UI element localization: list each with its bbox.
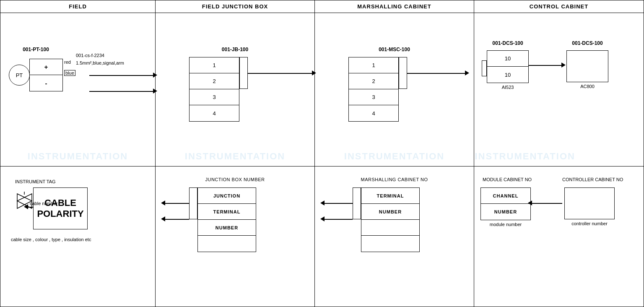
- mc-connector-1: [399, 57, 407, 89]
- legend-arrowhead: [24, 204, 28, 209]
- instrument-tag-label: INSTRUMENT TAG: [15, 179, 56, 184]
- cc-arrow-upper: [531, 203, 562, 204]
- jb-arrowhead-lower: [161, 216, 165, 221]
- jb-arrowhead-upper: [161, 200, 165, 206]
- top-fjb: INSTRUMENTATION 001-JB-100 1 2 3 4: [156, 13, 315, 166]
- main-container: FIELD FIELD JUNCTION BOX MARSHALLING CAB…: [0, 0, 644, 307]
- cc-controller-box: [564, 187, 615, 219]
- jb-arrow-lower: [164, 219, 189, 220]
- header-field: FIELD: [0, 0, 156, 13]
- mc-arrowhead-lower: [320, 216, 325, 221]
- fjb-terminal-box: 1 2 3 4: [189, 57, 239, 122]
- mc-row-empty2: [361, 236, 419, 252]
- module-dcs-area: 001-DCS-100 10 10 AI523: [487, 40, 529, 90]
- plus-terminal: +: [30, 59, 62, 75]
- controller-tag: 001-DCS-100: [566, 40, 608, 46]
- fjb-mc-arrow-line: [248, 73, 313, 74]
- field-instrument-row: PT + - red blue 001-cs-f-2234 1: [9, 59, 63, 91]
- content-area: INSTRUMENTATION 001-PT-100 PT + - red: [0, 13, 644, 307]
- wire-red-label: red: [64, 60, 71, 65]
- controller-cabinet-label: CONTROLLER CABINET NO: [562, 177, 623, 182]
- mc-row-number: NUMBER: [361, 204, 419, 220]
- controller-dcs-area: 001-DCS-100 AC800: [566, 40, 608, 89]
- jb-legend-container: JUNCTION TERMINAL NUMBER: [197, 187, 256, 252]
- mc-legend-box: TERMINAL NUMBER: [361, 187, 420, 252]
- module-label: AI523: [487, 85, 529, 90]
- cc-module-box: CHANNEL NUMBER: [480, 187, 531, 220]
- watermark-field: INSTRUMENTATION: [28, 151, 128, 162]
- cable-size-label: cable size , colour , type , insulation …: [11, 237, 91, 242]
- controller-number-label: controller number: [564, 221, 615, 226]
- module-box: 10 10: [487, 50, 529, 83]
- jb-row-empty: [198, 236, 256, 252]
- top-mc: INSTRUMENTATION 001-MSC-100 1 2 3 4: [315, 13, 474, 166]
- mc-cc-arrow-line: [407, 73, 466, 74]
- cc-module-legend: CHANNEL NUMBER module number: [480, 187, 531, 227]
- cc-arrowhead-upper: [528, 200, 532, 206]
- jb-row-terminal: TERMINAL: [198, 204, 256, 220]
- minus-terminal: -: [30, 75, 62, 91]
- bottom-field: INSTRUMENT TAG CABLE POLARITY: [0, 167, 156, 307]
- module-tag: 001-DCS-100: [487, 40, 529, 46]
- mod-ctrl-arrowhead: [561, 62, 566, 68]
- arrow-line-2: [89, 91, 154, 92]
- top-cc: INSTRUMENTATION 001-DCS-100 10 10 AI523: [474, 13, 644, 166]
- controller-box: [566, 50, 608, 82]
- header-mc: MARSHALLING CABINET: [315, 0, 474, 13]
- header-cc: CONTROL CABINET: [474, 0, 644, 13]
- watermark-cc: INSTRUMENTATION: [475, 151, 575, 162]
- top-section: INSTRUMENTATION 001-PT-100 PT + - red: [0, 13, 644, 167]
- mc-terminal-box: 1 2 3 4: [348, 57, 399, 122]
- header-fjb: FIELD JUNCTION BOX: [156, 0, 315, 13]
- jb-row-junction: JUNCTION: [198, 188, 256, 204]
- mc-cc-arrowhead: [465, 70, 469, 75]
- mc-tag: 001-MSC-100: [379, 47, 410, 52]
- mc-term-4: 4: [349, 105, 398, 121]
- top-field: INSTRUMENTATION 001-PT-100 PT + - red: [0, 13, 156, 166]
- fjb-term-2: 2: [190, 73, 239, 89]
- fjb-term-4: 4: [190, 105, 239, 121]
- wire-blue-label: blue: [64, 70, 75, 75]
- mc-row-terminal: TERMINAL: [361, 188, 419, 204]
- mc-number-label: MARSHALLING CABINET NO: [361, 177, 428, 182]
- arrow-line-1: [89, 75, 154, 76]
- mc-term-3: 3: [349, 89, 398, 105]
- mc-arrow-lower: [323, 219, 353, 220]
- pt-circle: PT: [9, 65, 30, 86]
- watermark-fjb: INSTRUMENTATION: [185, 151, 285, 162]
- jb-left-connector: [189, 187, 197, 219]
- fjb-connector-1: [239, 57, 248, 89]
- legend-box: CABLE POLARITY: [33, 187, 88, 229]
- bottom-section: INSTRUMENT TAG CABLE POLARITY: [0, 167, 644, 307]
- fjb-term-1: 1: [190, 57, 239, 73]
- jb-number-label: JUNCTION BOX NUMBER: [205, 177, 265, 182]
- mc-term-1: 1: [349, 57, 398, 73]
- instrument-tag: 001-PT-100: [23, 47, 49, 52]
- cc-number-row: NUMBER: [481, 204, 530, 220]
- mc-legend-container: TERMINAL NUMBER: [361, 187, 420, 252]
- bottom-fjb: JUNCTION BOX NUMBER JUNCTION TERMINAL NU…: [156, 167, 315, 307]
- mc-arrow-upper: [323, 203, 353, 204]
- cc-controller-legend: controller number: [564, 187, 615, 226]
- module-cabinet-label: MODULE CABINET NO: [483, 177, 532, 182]
- controller-label: AC800: [566, 84, 608, 89]
- terminal-block: + -: [29, 59, 63, 91]
- module-ch-1: 10: [487, 51, 528, 67]
- mod-ctrl-arrow: [529, 65, 562, 66]
- mc-row-empty1: [361, 220, 419, 236]
- module-left-connector: [482, 60, 487, 76]
- fjb-term-3: 3: [190, 89, 239, 105]
- fjb-tag: 001-JB-100: [222, 47, 248, 52]
- watermark-mc: INSTRUMENTATION: [344, 151, 444, 162]
- legend-line2: POLARITY: [37, 208, 83, 219]
- mc-term-2: 2: [349, 73, 398, 89]
- cable-number-label: cable number: [30, 201, 58, 206]
- jb-arrow-upper: [164, 203, 189, 204]
- cc-channel-row: CHANNEL: [481, 188, 530, 204]
- header-row: FIELD FIELD JUNCTION BOX MARSHALLING CAB…: [0, 0, 644, 13]
- jb-row-number: NUMBER: [198, 220, 256, 236]
- instrument-area: 001-PT-100 PT + - red blue: [9, 47, 63, 91]
- bottom-mc: MARSHALLING CABINET NO TERMINAL NUMBER: [315, 167, 474, 307]
- jb-legend-box: JUNCTION TERMINAL NUMBER: [197, 187, 256, 252]
- mc-arrowhead-upper: [320, 200, 325, 206]
